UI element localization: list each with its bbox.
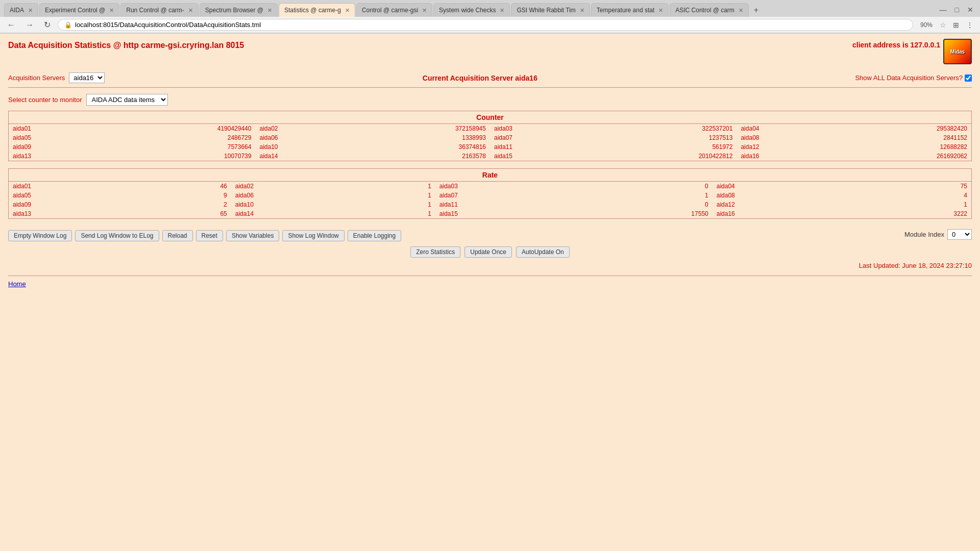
tab-white-rabbit-close[interactable]: ✕ (580, 7, 584, 14)
row-label: aida04 (737, 124, 832, 133)
row-value: 2163578 (351, 152, 490, 161)
row-value: 7573664 (104, 142, 256, 152)
table-row: aida1310070739aida142163578aida152010422… (9, 152, 971, 161)
row-label: aida07 (490, 133, 585, 142)
row-label: aida09 (9, 142, 104, 152)
row-value: 1 (373, 191, 435, 200)
module-index-select[interactable]: 0 (947, 229, 972, 240)
table-row: aida097573664aida1036374816aida11561972a… (9, 142, 971, 152)
tab-white-rabbit[interactable]: GSI White Rabbit Tim ✕ (511, 3, 590, 17)
tab-statistics-close[interactable]: ✕ (345, 7, 350, 14)
row-label: aida14 (255, 152, 351, 161)
row-label: aida12 (713, 200, 855, 209)
page-content: Data Acquisition Statistics @ http carme… (0, 34, 980, 293)
row-value: 1 (373, 182, 435, 191)
close-window-button[interactable]: ✕ (965, 5, 976, 15)
row-label: aida14 (231, 209, 374, 218)
tab-white-rabbit-label: GSI White Rabbit Tim (517, 7, 575, 14)
address-bar: 🔒 (58, 19, 913, 31)
tab-spectrum-close[interactable]: ✕ (267, 7, 272, 14)
row-value: 65 (151, 209, 231, 218)
row-value: 561972 (585, 142, 737, 152)
reload-nav-button[interactable]: ↻ (41, 19, 54, 31)
tab-aida[interactable]: AIDA ✕ (4, 3, 38, 17)
acquisition-servers-label: Acquisition Servers (8, 74, 65, 82)
counter-select-row: Select counter to monitor AIDA ADC data … (8, 94, 972, 106)
menu-icon[interactable]: ⋮ (964, 20, 976, 30)
row-value: 17550 (577, 209, 712, 218)
reload-button[interactable]: Reload (162, 230, 193, 241)
tab-asic-control[interactable]: ASIC Control @ carm ✕ (670, 3, 749, 17)
tab-temperature[interactable]: Temperature and stat ✕ (591, 3, 669, 17)
row-value: 10070739 (104, 152, 256, 161)
empty-log-button[interactable]: Empty Window Log (8, 230, 72, 241)
security-icon: 🔒 (64, 21, 72, 29)
home-link[interactable]: Home (8, 280, 26, 288)
extensions-icon[interactable]: ⊞ (950, 20, 962, 30)
row-value: 46 (151, 182, 231, 191)
send-log-button[interactable]: Send Log Window to ELog (75, 230, 159, 241)
minimize-button[interactable]: — (937, 5, 949, 15)
tab-aida-label: AIDA (10, 7, 24, 14)
current-server-label: Current Acquisition Server aida16 (423, 74, 537, 82)
table-row: aida1365aida141aida1517550aida163222 (9, 209, 971, 218)
tab-exp-close[interactable]: ✕ (109, 7, 114, 14)
row-label: aida10 (255, 142, 351, 152)
tab-exp-control[interactable]: Experiment Control @ ✕ (39, 3, 119, 17)
tab-bar: AIDA ✕ Experiment Control @ ✕ Run Contro… (0, 0, 980, 17)
row-label: aida04 (713, 182, 855, 191)
row-label: aida01 (9, 182, 151, 191)
row-label: aida05 (9, 133, 104, 142)
update-once-button[interactable]: Update Once (464, 246, 512, 258)
row-label: aida11 (490, 142, 585, 152)
home-link-text: Home (8, 280, 26, 288)
maximize-button[interactable]: □ (952, 5, 962, 15)
enable-logging-button[interactable]: Enable Logging (348, 230, 401, 241)
tab-control-gsi-close[interactable]: ✕ (422, 7, 427, 14)
zero-statistics-button[interactable]: Zero Statistics (410, 246, 460, 258)
tab-asic-close[interactable]: ✕ (739, 7, 743, 14)
row-label: aida06 (255, 133, 351, 142)
reset-button[interactable]: Reset (196, 230, 223, 241)
row-value: 1 (854, 200, 971, 209)
forward-button[interactable]: → (22, 19, 37, 31)
tab-statistics-label: Statistics @ carme-g (284, 7, 341, 14)
tab-system-checks[interactable]: System wide Checks ✕ (433, 3, 510, 17)
new-tab-button[interactable]: + (750, 4, 763, 17)
row-label: aida05 (9, 191, 151, 200)
row-label: aida02 (231, 182, 374, 191)
tab-control-gsi[interactable]: Control @ carme-gsi ✕ (356, 3, 432, 17)
tab-temperature-close[interactable]: ✕ (658, 7, 663, 14)
tab-exp-label: Experiment Control @ (45, 7, 105, 14)
tab-aida-close[interactable]: ✕ (28, 7, 33, 14)
show-all-checkbox[interactable] (965, 74, 972, 82)
table-row: aida014190429440aida02372158945aida03322… (9, 124, 971, 133)
tab-statistics[interactable]: Statistics @ carme-g ✕ (279, 3, 355, 17)
bookmark-icon[interactable]: ☆ (940, 21, 946, 29)
show-variables-button[interactable]: Show Variables (226, 230, 280, 241)
midas-logo: Midas (943, 39, 972, 64)
tab-spectrum-label: Spectrum Browser @ (205, 7, 263, 14)
row-value: 75 (854, 182, 971, 191)
url-input[interactable] (75, 21, 906, 29)
row-label: aida06 (231, 191, 374, 200)
counter-select-dropdown[interactable]: AIDA ADC data items (86, 94, 168, 106)
row-value: 2841152 (832, 133, 971, 142)
tab-run-close[interactable]: ✕ (188, 7, 193, 14)
row-value: 1338993 (351, 133, 490, 142)
row-label: aida03 (435, 182, 578, 191)
row-label: aida15 (435, 209, 578, 218)
tab-spectrum[interactable]: Spectrum Browser @ ✕ (200, 3, 278, 17)
row-value: 261692062 (832, 152, 971, 161)
module-index-row: Module Index 0 (904, 229, 972, 240)
row-value: 1 (373, 200, 435, 209)
acquisition-server-select[interactable]: aida16 (69, 72, 105, 83)
row-value: 0 (577, 200, 712, 209)
auto-update-button[interactable]: AutoUpdate On (516, 246, 570, 258)
show-log-button[interactable]: Show Log Window (282, 230, 344, 241)
tab-system-checks-close[interactable]: ✕ (500, 7, 504, 14)
show-all-label: Show ALL Data Acquisition Servers? (855, 74, 963, 82)
tab-run-control[interactable]: Run Control @ carm- ✕ (120, 3, 199, 17)
row-label: aida16 (737, 152, 832, 161)
back-button[interactable]: ← (4, 19, 18, 31)
